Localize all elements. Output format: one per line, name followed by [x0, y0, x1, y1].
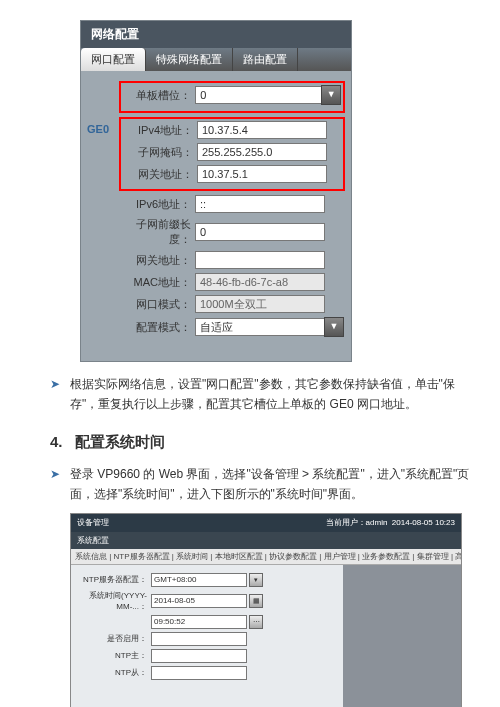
calendar-icon[interactable]: ▦	[249, 594, 263, 608]
tab-port-config[interactable]: 网口配置	[81, 48, 146, 71]
arrow-icon: ➤	[50, 464, 60, 505]
ntp2-label: NTP从：	[77, 667, 151, 678]
tab-special-config[interactable]: 特殊网络配置	[146, 48, 233, 71]
bullet-1-text: 根据实际网络信息，设置"网口配置"参数，其它参数保持缺省值，单击"保存"，重复执…	[70, 374, 470, 415]
bullet-1: ➤ 根据实际网络信息，设置"网口配置"参数，其它参数保持缺省值，单击"保存"，重…	[50, 374, 470, 415]
cfgmode-value[interactable]: 自适应	[195, 318, 325, 336]
portmode-label: 网口模式：	[121, 297, 195, 312]
sysconf-form: NTP服务器配置：GMT+08:00▾ 系统时间(YYYY-MM-...：201…	[71, 565, 343, 707]
mac-value: 48-46-fb-d6-7c-a8	[195, 273, 325, 291]
sysconf-brand: 设备管理	[77, 517, 109, 528]
sysconf-topbar: 设备管理 当前用户：admin 2014-08-05 10:23	[71, 514, 461, 532]
section-num: 4.	[50, 433, 63, 450]
ipv6-value[interactable]: ::	[195, 195, 325, 213]
system-config-panel: 设备管理 当前用户：admin 2014-08-05 10:23 系统配置 系统…	[70, 513, 462, 707]
portmode-value: 1000M全双工	[195, 295, 325, 313]
arrow-icon: ➤	[50, 374, 60, 415]
chevron-down-icon[interactable]: ▼	[324, 317, 344, 337]
mac-label: MAC地址：	[121, 275, 195, 290]
sysconf-right-pane	[343, 565, 461, 707]
panel-body: GE0 单板槽位： 0 ▼ IPv4地址： 10.37.5.4 子网掩码： 25…	[81, 71, 351, 351]
bullet-2: ➤ 登录 VP9660 的 Web 界面，选择"设备管理 > 系统配置"，进入"…	[50, 464, 470, 505]
enable-value[interactable]	[151, 632, 247, 646]
ntp-zone-label: NTP服务器配置：	[77, 574, 151, 585]
ipv6-label: IPv6地址：	[121, 197, 195, 212]
prefix-label: 子网前缀长度：	[121, 217, 195, 247]
gateway-label: 网关地址：	[123, 167, 197, 182]
panel-title: 网络配置	[81, 21, 351, 48]
slot-highlight: 单板槽位： 0 ▼	[119, 81, 345, 113]
cfgmode-label: 配置模式：	[121, 320, 195, 335]
gateway-value[interactable]: 10.37.5.1	[197, 165, 327, 183]
sysconf-side[interactable]: 系统配置	[71, 532, 461, 549]
ge0-label: GE0	[87, 123, 109, 135]
tab-route-config[interactable]: 路由配置	[233, 48, 298, 71]
slot-value[interactable]: 0	[195, 86, 322, 104]
ipv4-label: IPv4地址：	[123, 123, 197, 138]
ntp-zone-value[interactable]: GMT+08:00	[151, 573, 247, 587]
ntp1-label: NTP主：	[77, 650, 151, 661]
gateway6-value[interactable]	[195, 251, 325, 269]
mask-value[interactable]: 255.255.255.0	[197, 143, 327, 161]
bullet-2-text: 登录 VP9660 的 Web 界面，选择"设备管理 > 系统配置"，进入"系统…	[70, 464, 470, 505]
systime-value[interactable]: 2014-08-05	[151, 594, 247, 608]
gateway6-label: 网关地址：	[121, 253, 195, 268]
sysconf-user: 当前用户：admin	[326, 518, 388, 527]
ntp1-value[interactable]	[151, 649, 247, 663]
enable-label: 是否启用：	[77, 633, 151, 644]
section-title: 配置系统时间	[75, 433, 165, 450]
chevron-down-icon[interactable]: ▼	[321, 85, 341, 105]
ipv4-value[interactable]: 10.37.5.4	[197, 121, 327, 139]
sysconf-date: 2014-08-05 10:23	[392, 518, 455, 527]
systime-label: 系统时间(YYYY-MM-...：	[77, 590, 151, 612]
ntp2-value[interactable]	[151, 666, 247, 680]
mask-label: 子网掩码：	[123, 145, 197, 160]
section-heading: 4. 配置系统时间	[50, 433, 470, 452]
ipv4-highlight: IPv4地址： 10.37.5.4 子网掩码： 255.255.255.0 网关…	[119, 117, 345, 191]
slot-label: 单板槽位：	[123, 88, 195, 103]
prefix-value[interactable]: 0	[195, 223, 325, 241]
network-tabs: 网口配置 特殊网络配置 路由配置	[81, 48, 351, 71]
chevron-down-icon[interactable]: ▾	[249, 573, 263, 587]
sysconf-tabs[interactable]: 系统信息 | NTP服务器配置 | 系统时间 | 本地时区配置 | 协议参数配置…	[71, 549, 461, 565]
network-config-panel: 网络配置 网口配置 特殊网络配置 路由配置 GE0 单板槽位： 0 ▼ IPv4…	[80, 20, 352, 362]
ellipsis-icon[interactable]: ⋯	[249, 615, 263, 629]
time-value[interactable]: 09:50:52	[151, 615, 247, 629]
